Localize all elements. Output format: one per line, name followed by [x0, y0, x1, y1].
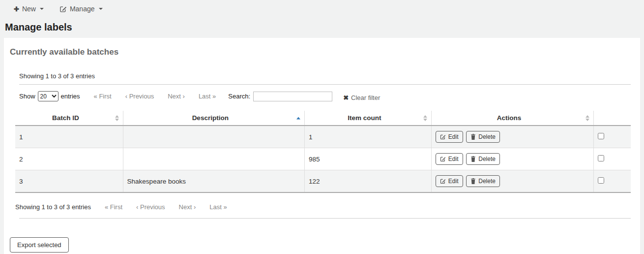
trash-icon [470, 134, 476, 140]
x-icon: ✖ [343, 94, 349, 101]
pagination-next[interactable]: Next › [168, 93, 185, 100]
delete-button-label: Delete [478, 178, 496, 185]
cell-actions: Edit Delete [431, 170, 594, 193]
cell-actions: Edit Delete [431, 126, 594, 148]
batches-table: Batch ID Description Item count Actions [15, 111, 631, 193]
edit-icon [440, 156, 446, 162]
page-length-select[interactable]: 20 [38, 91, 59, 101]
table-row: 2 985 Edit Delete [15, 148, 631, 170]
sort-asc-icon [296, 117, 300, 119]
edit-icon [440, 134, 446, 140]
table-row: 3 Shakespeare books 122 Edit Delete [15, 170, 631, 193]
cell-select [594, 126, 631, 148]
column-header-select [594, 111, 631, 126]
clear-filter-label: Clear filter [351, 94, 380, 101]
delete-button[interactable]: Delete [466, 175, 500, 187]
cell-description [123, 126, 304, 148]
table-row: 1 1 Edit Delete [15, 126, 631, 148]
clear-filter-button[interactable]: ✖ Clear filter [343, 94, 380, 101]
trash-icon [470, 178, 476, 184]
column-header-batch-id[interactable]: Batch ID [15, 111, 123, 126]
edit-button-label: Edit [448, 178, 459, 185]
cell-item-count: 1 [304, 126, 431, 148]
plus-icon: ✚ [14, 6, 19, 12]
new-button-label: New [22, 5, 36, 13]
delete-button[interactable]: Delete [466, 153, 500, 165]
edit-button-label: Edit [448, 156, 459, 162]
search-label: Search: [228, 93, 250, 100]
pagination-previous[interactable]: ‹ Previous [136, 203, 165, 211]
cell-select [594, 148, 631, 170]
edit-button[interactable]: Edit [436, 175, 463, 187]
batches-panel: Currently available batches Showing 1 to… [4, 38, 640, 254]
page-length-control: Show 20 entries [19, 91, 80, 101]
manage-button-label: Manage [70, 5, 95, 13]
column-header-label: Description [192, 114, 229, 122]
pagination-next[interactable]: Next › [179, 203, 196, 211]
page-title: Manage labels [5, 22, 644, 33]
panel-heading: Currently available batches [10, 47, 640, 57]
sort-icon [585, 115, 589, 121]
cell-item-count: 122 [304, 170, 431, 193]
datatable-area: Showing 1 to 3 of 3 entries Show 20 entr… [15, 72, 631, 219]
delete-button-label: Delete [478, 133, 496, 140]
cell-batch-id: 1 [15, 126, 123, 148]
pagination-previous[interactable]: ‹ Previous [125, 93, 154, 100]
divider [19, 84, 631, 85]
trash-icon [470, 156, 476, 162]
cell-description: Shakespeare books [123, 170, 304, 193]
delete-button[interactable]: Delete [466, 131, 500, 143]
edit-square-icon [59, 5, 67, 13]
table-footer-controls: Showing 1 to 3 of 3 entries « First ‹ Pr… [15, 203, 631, 211]
entries-info-top: Showing 1 to 3 of 3 entries [19, 72, 631, 80]
cell-actions: Edit Delete [431, 148, 594, 170]
new-button[interactable]: ✚ New [14, 5, 44, 13]
cell-item-count: 985 [304, 148, 431, 170]
sort-icon [115, 115, 119, 121]
table-header-row: Batch ID Description Item count Actions [15, 111, 631, 126]
chevron-down-icon [99, 8, 103, 10]
pagination-last[interactable]: Last » [199, 93, 216, 100]
row-checkbox[interactable] [598, 155, 604, 161]
cell-description [123, 148, 304, 170]
column-header-label: Batch ID [52, 114, 79, 122]
show-label: Show [19, 93, 35, 100]
column-header-actions[interactable]: Actions [431, 111, 594, 126]
edit-icon [440, 178, 446, 184]
pagination-first[interactable]: « First [105, 203, 122, 211]
sort-icon [423, 115, 427, 121]
export-selected-button[interactable]: Export selected [10, 237, 69, 253]
column-header-item-count[interactable]: Item count [304, 111, 431, 126]
delete-button-label: Delete [478, 156, 496, 162]
column-header-label: Item count [348, 114, 381, 122]
edit-button[interactable]: Edit [436, 153, 463, 165]
cell-batch-id: 3 [15, 170, 123, 193]
column-header-description[interactable]: Description [123, 111, 304, 126]
search-input[interactable] [253, 92, 332, 101]
pagination-last[interactable]: Last » [209, 203, 227, 211]
divider [19, 218, 631, 219]
row-checkbox[interactable] [598, 177, 604, 184]
entries-info-bottom: Showing 1 to 3 of 3 entries [15, 203, 91, 211]
pagination-first[interactable]: « First [94, 93, 112, 100]
edit-button-label: Edit [448, 133, 459, 140]
table-controls: Show 20 entries « First ‹ Previous Next … [19, 91, 631, 101]
row-checkbox[interactable] [598, 133, 604, 139]
chevron-down-icon [40, 8, 44, 10]
cell-batch-id: 2 [15, 148, 123, 170]
toolbar: ✚ New Manage [0, 0, 644, 13]
entries-label: entries [61, 93, 80, 100]
edit-button[interactable]: Edit [436, 131, 463, 143]
cell-select [594, 170, 631, 193]
manage-button[interactable]: Manage [59, 5, 103, 13]
column-header-label: Actions [497, 114, 522, 122]
